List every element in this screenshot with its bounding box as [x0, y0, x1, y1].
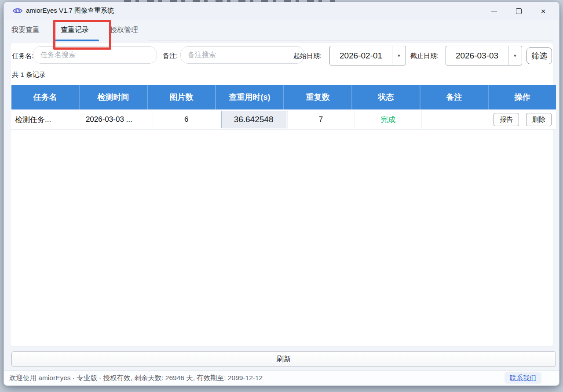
minimize-icon: [491, 11, 497, 11]
end-date-value: 2026-03-03: [446, 51, 508, 61]
app-eye-icon: [12, 6, 23, 15]
delete-button[interactable]: 删除: [526, 113, 552, 126]
header-actions: 操作: [489, 85, 556, 109]
title-bar: amiorEyes V1.7 图像查重系统 ×: [4, 2, 559, 20]
header-image-count: 图片数: [148, 85, 216, 109]
license-status-text: 欢迎使用 amiorEyes · 专业版 · 授权有效, 剩余天数: 26946…: [9, 371, 263, 385]
minimize-button[interactable]: [482, 2, 506, 20]
app-window: amiorEyes V1.7 图像查重系统 × 我要查重 查重记录 授权管理 任…: [4, 2, 559, 386]
start-date-value: 2026-02-01: [330, 51, 392, 61]
records-table: 任务名 检测时间 图片数 查重用时(s) 重复数 状态 备注 操作 检测任务..…: [11, 85, 556, 130]
cell-duration[interactable]: 36.642548: [220, 109, 288, 130]
tab-license-management[interactable]: 授权管理: [110, 22, 138, 43]
header-status: 状态: [352, 85, 420, 109]
header-duration: 查重用时(s): [216, 85, 284, 109]
close-button[interactable]: ×: [531, 2, 556, 20]
header-detect-time: 检测时间: [80, 85, 148, 109]
window-title: amiorEyes V1.7 图像查重系统: [26, 2, 114, 19]
report-button[interactable]: 报告: [494, 113, 519, 126]
end-date-label: 截止日期:: [410, 49, 439, 62]
start-date-select[interactable]: 2026-02-01 ▼: [329, 46, 406, 65]
window-controls: ×: [482, 2, 556, 20]
task-name-label: 任务名:: [12, 49, 33, 62]
close-icon: ×: [541, 7, 545, 15]
filter-button[interactable]: 筛选: [526, 47, 552, 64]
status-bar: 欢迎使用 amiorEyes · 专业版 · 授权有效, 剩余天数: 26946…: [4, 370, 559, 385]
record-count: 共 1 条记录: [12, 69, 46, 80]
refresh-button[interactable]: 刷新: [11, 351, 556, 367]
tab-check-now[interactable]: 我要查重: [11, 22, 40, 43]
start-date-label: 起始日期:: [293, 49, 322, 62]
cell-duplicate-count[interactable]: 7: [288, 109, 355, 130]
contact-pill: 联系我们: [505, 372, 541, 384]
cell-image-count[interactable]: 6: [153, 109, 220, 130]
cell-remark[interactable]: [422, 109, 489, 130]
chevron-down-icon[interactable]: ▼: [508, 46, 522, 65]
table-row[interactable]: 检测任务... 2026-03-03 ... 6 36.642548 7 完成 …: [11, 109, 556, 130]
annotation-box: [53, 20, 111, 50]
table-header-row: 任务名 检测时间 图片数 查重用时(s) 重复数 状态 备注 操作: [11, 85, 556, 109]
cell-detect-time[interactable]: 2026-03-03 ...: [82, 109, 153, 130]
header-remark: 备注: [420, 85, 489, 109]
cell-status: 完成: [355, 109, 422, 130]
end-date-select[interactable]: 2026-03-03 ▼: [446, 46, 522, 65]
remark-label: 备注:: [163, 49, 178, 62]
cell-actions: 报告 删除: [489, 109, 556, 130]
maximize-icon: [516, 8, 522, 14]
selected-cell-highlight[interactable]: 36.642548: [221, 111, 286, 128]
tab-bar-divider: [148, 40, 553, 41]
maximize-button[interactable]: [506, 2, 531, 20]
header-task-name: 任务名: [11, 85, 80, 109]
desktop: amiorEyes V1.7 图像查重系统 × 我要查重 查重记录 授权管理 任…: [0, 0, 563, 392]
chevron-down-icon[interactable]: ▼: [392, 46, 406, 65]
cell-task-name[interactable]: 检测任务...: [11, 109, 82, 130]
header-duplicate-count: 重复数: [284, 85, 352, 109]
remark-search-input[interactable]: [180, 46, 304, 64]
contact-us-link[interactable]: 联系我们: [510, 374, 536, 382]
